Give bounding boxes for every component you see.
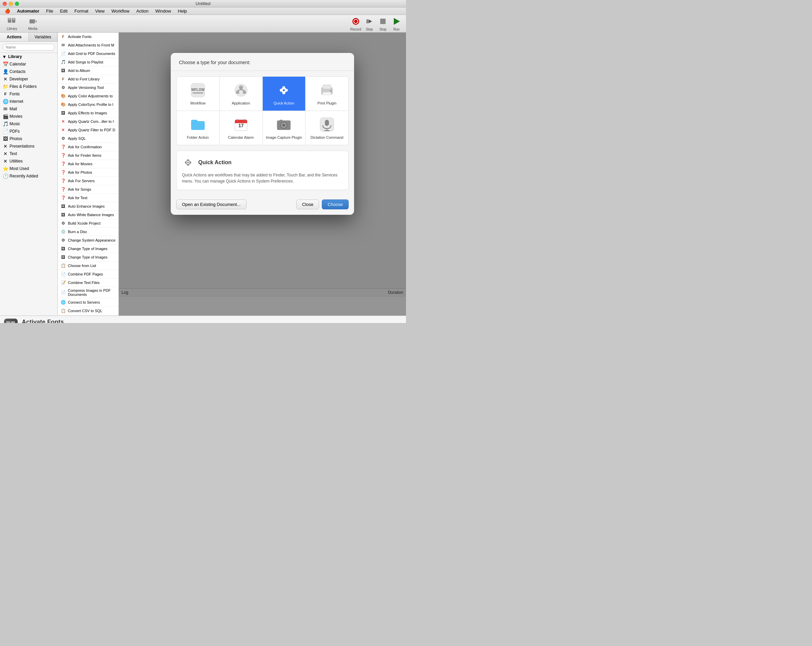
- choose-button[interactable]: Choose: [322, 200, 349, 209]
- sidebar-item-photos[interactable]: 🖼 Photos: [0, 135, 57, 143]
- apple-menu[interactable]: 🍎: [2, 8, 14, 15]
- sidebar-item-utilities[interactable]: ✕ Utilities: [0, 157, 57, 165]
- action-item-25[interactable]: 🖼 Change Type of Images: [58, 245, 119, 253]
- run-button[interactable]: Run: [391, 16, 402, 31]
- library-button[interactable]: Library: [4, 15, 20, 32]
- sidebar-item-pdfs[interactable]: 📄 PDFs: [0, 128, 57, 135]
- action-item-30[interactable]: 📄 Compress Images in PDF Documents: [58, 287, 119, 298]
- menu-action[interactable]: Action: [133, 8, 152, 15]
- action-item-17[interactable]: ❓ Ask For Servers: [58, 177, 119, 185]
- sidebar-item-library[interactable]: ▾ Library: [0, 53, 57, 60]
- sidebar-item-developer[interactable]: ✕ Developer: [0, 75, 57, 83]
- action-item-15[interactable]: ❓ Ask for Movies: [58, 160, 119, 168]
- recently-added-icon: 🕐: [3, 174, 8, 179]
- search-input[interactable]: [3, 44, 55, 50]
- sidebar-item-recently-added[interactable]: 🕐 Recently Added: [0, 172, 57, 180]
- action-icon-32: 📋: [60, 308, 66, 314]
- action-item-10[interactable]: ✕ Apply Quartz Com...ilter to I: [58, 117, 119, 126]
- close-button[interactable]: Close: [296, 200, 319, 209]
- menu-help[interactable]: Help: [174, 8, 191, 15]
- action-item-4[interactable]: 🖼 Add to Album: [58, 67, 119, 75]
- action-item-6[interactable]: ⚙ Apple Versioning Tool: [58, 84, 119, 92]
- modal-item-application-label: Application: [232, 101, 250, 105]
- tab-actions[interactable]: Actions: [0, 33, 29, 41]
- sidebar-item-music[interactable]: 🎵 Music: [0, 120, 57, 128]
- open-existing-button[interactable]: Open an Existing Document...: [176, 200, 246, 209]
- modal-item-quick-action[interactable]: Quick Action: [263, 77, 305, 111]
- media-button[interactable]: Media: [26, 15, 40, 32]
- modal-desc-text: Quick Actions are workflows that may be …: [182, 172, 343, 184]
- sidebar-item-most-used[interactable]: ⭐ Most Used: [0, 165, 57, 172]
- step-button[interactable]: Step: [364, 16, 375, 31]
- action-icon-2: 📄: [60, 51, 66, 56]
- action-item-16[interactable]: ❓ Ask for Photos: [58, 168, 119, 177]
- action-item-26[interactable]: 🖼 Change Type of Images: [58, 253, 119, 262]
- menu-workflow[interactable]: Workflow: [108, 8, 133, 15]
- modal-item-workflow[interactable]: WFLOW Workflow: [177, 77, 219, 111]
- action-icon-26: 🖼: [60, 254, 66, 260]
- modal-item-folder-action[interactable]: Folder Action: [177, 111, 219, 145]
- sidebar-item-files-folders[interactable]: 📁 Files & Folders: [0, 83, 57, 90]
- maximize-button[interactable]: [15, 2, 19, 6]
- action-icon-1: ✉: [60, 43, 66, 48]
- action-item-7[interactable]: 🎨 Apply Color Adjustments to: [58, 92, 119, 101]
- action-icon-13: ❓: [60, 144, 66, 149]
- sidebar-item-movies[interactable]: 🎬 Movies: [0, 113, 57, 120]
- action-item-3[interactable]: 🎵 Add Songs to Playlist: [58, 58, 119, 67]
- action-item-20[interactable]: 🖼 Auto Enhance Images: [58, 202, 119, 211]
- modal-item-calendar-alarm[interactable]: 17 Calendar Alarm: [220, 111, 263, 145]
- sidebar-item-internet[interactable]: 🌐 Internet: [0, 98, 57, 105]
- modal-item-print-plugin[interactable]: Print Plugin: [305, 77, 348, 111]
- menu-file[interactable]: File: [43, 8, 57, 15]
- stop-button[interactable]: Stop: [377, 16, 388, 31]
- action-item-23[interactable]: 💿 Burn a Disc: [58, 228, 119, 236]
- sidebar-item-calendar[interactable]: 📅 Calendar: [0, 60, 57, 68]
- menu-automator[interactable]: Automator: [14, 8, 43, 15]
- action-item-12[interactable]: ⚙ Apply SQL: [58, 134, 119, 143]
- action-item-13[interactable]: ❓ Ask for Confirmation: [58, 143, 119, 151]
- action-item-2[interactable]: 📄 Add Grid to PDF Documents: [58, 50, 119, 58]
- sidebar-item-text[interactable]: ✕ Text: [0, 150, 57, 157]
- menu-format[interactable]: Format: [71, 8, 92, 15]
- action-item-33[interactable]: 🎬 Convert Quartz Co...QuickTime Movies: [58, 315, 119, 315]
- svg-rect-3: [12, 19, 15, 19]
- action-icon-8: 🎨: [60, 102, 66, 107]
- record-button[interactable]: Record: [350, 16, 361, 31]
- action-item-21[interactable]: 🖼 Auto White Balance Images: [58, 211, 119, 219]
- action-item-11[interactable]: ✕ Apply Quartz Filter to PDF D: [58, 126, 119, 134]
- action-item-31[interactable]: 🌐 Connect to Servers: [58, 298, 119, 307]
- action-item-5[interactable]: F Add to Font Library: [58, 75, 119, 84]
- menu-view[interactable]: View: [92, 8, 108, 15]
- calendar-icon: 📅: [3, 61, 8, 67]
- action-item-0[interactable]: F Activate Fonts: [58, 33, 119, 41]
- close-button[interactable]: [3, 2, 7, 6]
- action-item-24[interactable]: ⚙ Change System Appearance: [58, 236, 119, 245]
- utilities-icon: ✕: [3, 158, 8, 164]
- sidebar-item-mail[interactable]: ✉ Mail: [0, 105, 57, 113]
- action-item-28[interactable]: 📄 Combine PDF Pages: [58, 270, 119, 279]
- action-item-19[interactable]: ❓ Ask for Text: [58, 194, 119, 202]
- toolbar: Library Media Record: [0, 15, 406, 33]
- action-item-14[interactable]: ❓ Ask for Finder Items: [58, 151, 119, 160]
- action-item-22[interactable]: ⚙ Build Xcode Project: [58, 219, 119, 228]
- action-item-27[interactable]: 📋 Choose from List: [58, 262, 119, 270]
- sidebar-item-fonts[interactable]: F Fonts: [0, 90, 57, 98]
- sidebar-item-presentations[interactable]: ✕ Presentations: [0, 143, 57, 150]
- modal-item-application[interactable]: Application: [220, 77, 263, 111]
- action-item-18[interactable]: ❓ Ask for Songs: [58, 185, 119, 194]
- modal-item-image-capture[interactable]: Image Capture Plugin: [263, 111, 305, 145]
- action-icon-14: ❓: [60, 153, 66, 158]
- action-item-9[interactable]: 🖼 Apply Effects to Images: [58, 109, 119, 117]
- action-item-32[interactable]: 📋 Convert CSV to SQL: [58, 307, 119, 315]
- menu-edit[interactable]: Edit: [57, 8, 71, 15]
- tab-variables[interactable]: Variables: [29, 33, 58, 41]
- action-item-1[interactable]: ✉ Add Attachments to Front M: [58, 41, 119, 50]
- sidebar-item-contacts[interactable]: 👤 Contacts: [0, 68, 57, 75]
- action-item-29[interactable]: 📝 Combine Text Files: [58, 279, 119, 287]
- minimize-button[interactable]: [9, 2, 13, 6]
- sidebar-list: ▾ Library 📅 Calendar 👤 Contacts ✕ Develo…: [0, 53, 57, 315]
- action-item-8[interactable]: 🎨 Apply ColorSync Profile to I: [58, 101, 119, 109]
- bottom-info: Activate Fonts This action activates the…: [22, 318, 402, 323]
- modal-item-dictation[interactable]: Dictation Command: [305, 111, 348, 145]
- menu-window[interactable]: Window: [152, 8, 174, 15]
